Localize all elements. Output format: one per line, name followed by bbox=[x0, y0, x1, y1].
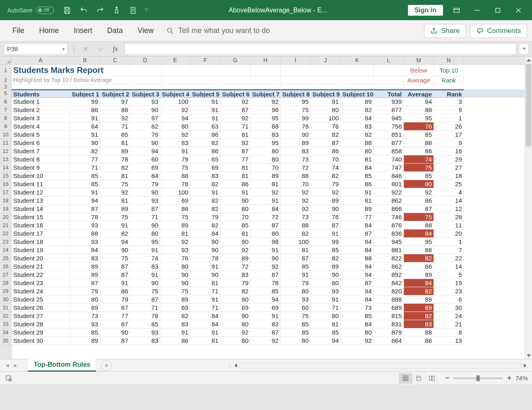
cell[interactable]: 21 bbox=[434, 320, 464, 328]
cell[interactable]: 71 bbox=[130, 304, 160, 312]
cell[interactable]: 76 bbox=[404, 122, 434, 131]
cell[interactable]: 76 bbox=[160, 254, 190, 262]
cell[interactable]: 74 bbox=[311, 164, 341, 172]
cell[interactable]: 86 bbox=[190, 131, 220, 139]
cell[interactable]: 85 bbox=[404, 172, 434, 180]
cell[interactable]: 78 bbox=[190, 254, 220, 262]
cell[interactable]: 80 bbox=[160, 262, 190, 271]
cell[interactable]: 100 bbox=[311, 114, 341, 122]
cell[interactable]: 80 bbox=[130, 230, 160, 238]
table-header[interactable]: Subject 2 bbox=[100, 89, 130, 98]
cell[interactable]: 82 bbox=[341, 131, 374, 139]
cell[interactable]: 86 bbox=[341, 180, 374, 188]
cell[interactable]: 17 bbox=[434, 131, 464, 139]
cell[interactable] bbox=[130, 84, 160, 89]
cell[interactable]: 80 bbox=[311, 279, 341, 287]
cell[interactable]: 89 bbox=[70, 337, 100, 345]
col-header-H[interactable]: H bbox=[251, 56, 281, 64]
cell[interactable]: 88 bbox=[404, 328, 434, 337]
cell[interactable]: 85 bbox=[70, 180, 100, 188]
cell[interactable]: 92 bbox=[311, 188, 341, 197]
cell[interactable]: 90 bbox=[100, 246, 130, 254]
cell[interactable]: 95 bbox=[404, 114, 434, 122]
cell[interactable]: 90 bbox=[100, 328, 130, 337]
cell[interactable]: 88 bbox=[404, 106, 434, 114]
cell[interactable]: 18 bbox=[434, 172, 464, 180]
vertical-scrollbar[interactable] bbox=[525, 56, 532, 359]
cell[interactable]: 85 bbox=[404, 131, 434, 139]
report-subtitle[interactable]: Highlighted by Top 10 / Below Average bbox=[12, 76, 70, 84]
add-sheet-button[interactable]: + bbox=[101, 360, 112, 371]
cell[interactable]: Student 12 bbox=[12, 188, 70, 197]
cell[interactable]: 85 bbox=[281, 262, 311, 271]
cell[interactable]: 9 bbox=[434, 139, 464, 147]
cell[interactable]: 76 bbox=[311, 213, 341, 221]
cell[interactable]: 84 bbox=[341, 246, 374, 254]
cell[interactable]: 12 bbox=[434, 205, 464, 213]
cell[interactable]: 82 bbox=[251, 320, 281, 328]
view-page-break-icon[interactable] bbox=[425, 373, 438, 384]
cell[interactable]: 91 bbox=[190, 188, 220, 197]
cell[interactable]: 93 bbox=[311, 287, 341, 295]
cell[interactable]: 74 bbox=[130, 254, 160, 262]
cell[interactable]: 75 bbox=[160, 287, 190, 295]
cell[interactable]: 88 bbox=[404, 139, 434, 147]
cell[interactable] bbox=[341, 84, 374, 89]
cell[interactable]: 75 bbox=[100, 213, 130, 221]
cell[interactable]: 8 bbox=[434, 328, 464, 337]
cell[interactable]: 87 bbox=[311, 139, 341, 147]
cell[interactable]: 83 bbox=[251, 131, 281, 139]
cell[interactable]: 92 bbox=[220, 246, 251, 254]
cell[interactable]: 81 bbox=[190, 279, 220, 287]
qat-more-icon[interactable] bbox=[141, 2, 151, 19]
cell[interactable]: 91 bbox=[190, 328, 220, 337]
cell[interactable]: 922 bbox=[374, 188, 404, 197]
cell[interactable]: 80 bbox=[220, 337, 251, 345]
cell[interactable]: 92 bbox=[404, 188, 434, 197]
row-header[interactable]: 22 bbox=[0, 230, 11, 238]
cell[interactable]: 84 bbox=[70, 246, 100, 254]
cell[interactable]: 71 bbox=[220, 122, 251, 131]
row-header[interactable]: 1 bbox=[0, 65, 11, 76]
row-header[interactable]: 17 bbox=[0, 188, 11, 197]
cell[interactable]: 71 bbox=[70, 164, 100, 172]
cell[interactable]: 92 bbox=[251, 262, 281, 271]
select-all-corner[interactable] bbox=[0, 56, 12, 65]
cell[interactable]: 82 bbox=[281, 230, 311, 238]
redo-icon[interactable] bbox=[92, 2, 108, 19]
cell[interactable]: 78 bbox=[70, 213, 100, 221]
cell[interactable]: 842 bbox=[374, 279, 404, 287]
row-header[interactable]: 7 bbox=[0, 106, 11, 114]
cell[interactable]: 24 bbox=[434, 312, 464, 320]
row-header[interactable]: 31 bbox=[0, 304, 11, 312]
cell[interactable]: 89 bbox=[281, 139, 311, 147]
cell[interactable]: 26 bbox=[434, 122, 464, 131]
cell[interactable]: 89 bbox=[251, 172, 281, 180]
cell[interactable]: 747 bbox=[374, 164, 404, 172]
cell[interactable]: 836 bbox=[374, 230, 404, 238]
cell[interactable]: 92 bbox=[100, 114, 130, 122]
cell[interactable]: 75 bbox=[281, 106, 311, 114]
cell[interactable]: 75 bbox=[130, 287, 160, 295]
cell[interactable]: 69 bbox=[160, 304, 190, 312]
undo-icon[interactable] bbox=[75, 2, 92, 19]
cell[interactable]: 82 bbox=[311, 254, 341, 262]
touch-mode-icon[interactable] bbox=[108, 2, 125, 19]
cell[interactable]: 82 bbox=[190, 205, 220, 213]
cell[interactable]: 95 bbox=[251, 139, 281, 147]
cell[interactable] bbox=[374, 76, 404, 84]
cell[interactable]: 89 bbox=[341, 98, 374, 106]
cell[interactable]: 83 bbox=[160, 139, 190, 147]
zoom-out-button[interactable]: − bbox=[445, 374, 450, 382]
cell[interactable]: 85 bbox=[281, 320, 311, 328]
chevron-down-icon[interactable]: ▼ bbox=[61, 47, 66, 51]
cell[interactable]: 93 bbox=[70, 238, 100, 246]
cell[interactable]: 92 bbox=[160, 238, 190, 246]
table-header[interactable]: Subject 4 bbox=[160, 89, 190, 98]
cell[interactable]: 83 bbox=[220, 271, 251, 279]
table-header[interactable]: Subject 8 bbox=[281, 89, 311, 98]
cell[interactable]: 85 bbox=[130, 320, 160, 328]
cell[interactable]: 87 bbox=[311, 221, 341, 230]
cell[interactable]: 88 bbox=[70, 230, 100, 238]
cell[interactable]: 86 bbox=[190, 147, 220, 155]
